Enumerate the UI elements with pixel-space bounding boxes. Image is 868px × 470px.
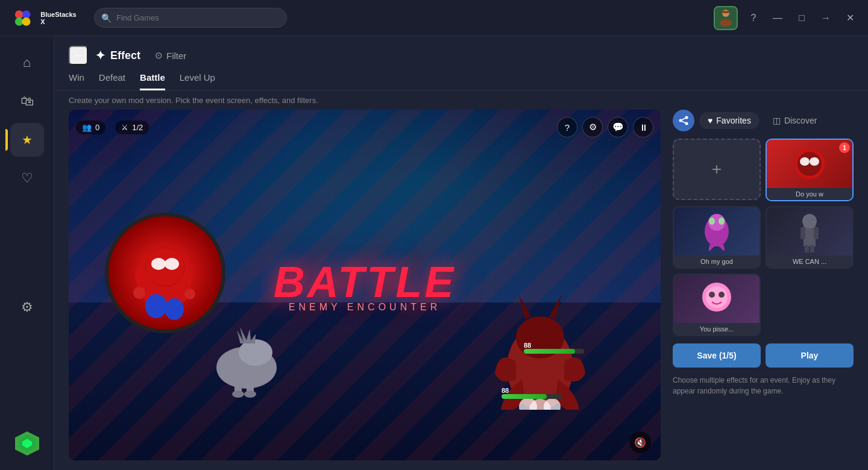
card-label-4: You pisse... — [674, 323, 760, 335]
svg-point-57 — [706, 286, 728, 308]
svg-point-36 — [244, 390, 256, 398]
mute-button[interactable]: 🔇 — [629, 431, 651, 453]
effect-card-4[interactable]: You pisse... — [673, 274, 761, 336]
svg-rect-53 — [814, 227, 819, 239]
effect-card-3[interactable]: WE CAN ... — [766, 206, 854, 269]
svg-point-7 — [720, 19, 732, 27]
effect-card-1[interactable]: 1 Do you w — [766, 139, 854, 201]
top-ui-right: ? ⚙ 💬 ⏸ — [557, 117, 653, 137]
page-title: Effect — [110, 49, 140, 62]
filter-icon: ⊙ — [155, 50, 163, 61]
panel-tab-discover[interactable]: ◫ Discover — [764, 112, 825, 129]
svg-rect-52 — [800, 227, 805, 239]
svg-point-0 — [11, 6, 34, 30]
sidebar-item-store[interactable]: 🛍 — [10, 84, 44, 118]
svg-point-19 — [165, 298, 184, 320]
minimize-button[interactable]: — — [769, 10, 786, 27]
home-icon: ⌂ — [23, 55, 31, 70]
preview-top-ui: 👥 0 ⚔ 1/2 ? ⚙ 💬 ⏸ — [76, 117, 653, 137]
tab-win[interactable]: Win — [69, 72, 84, 90]
panel-tab-favorites[interactable]: ♥ Favorites — [699, 112, 760, 129]
sidebar-logo — [13, 419, 42, 460]
sidebar-item-settings[interactable]: ⚙ — [10, 290, 44, 324]
sword-count-badge: ⚔ 1/2 — [115, 121, 149, 134]
svg-point-1 — [15, 10, 24, 19]
title-bar: BlueStacks X 🔍 ? — □ → — [0, 0, 868, 36]
svg-point-49 — [719, 218, 725, 225]
svg-point-45 — [810, 157, 819, 166]
top-ui-left: 👥 0 ⚔ 1/2 — [76, 121, 149, 134]
help-button[interactable]: ? — [745, 10, 762, 27]
svg-point-4 — [22, 17, 31, 26]
svg-point-23 — [184, 289, 195, 299]
title-bar-controls: ? — □ → ✕ — [714, 6, 858, 30]
store-icon: 🛍 — [20, 93, 34, 109]
card-label-1: Do you w — [767, 188, 852, 200]
card-thumbnail-3 — [767, 207, 852, 255]
pause-icon-btn[interactable]: ⏸ — [633, 117, 653, 137]
svg-point-16 — [151, 258, 166, 270]
svg-point-17 — [165, 258, 179, 270]
app-title: BlueStacks X — [40, 11, 82, 25]
save-button[interactable]: Save (1/5) — [673, 343, 761, 368]
right-panel: ♥ Favorites ◫ Discover + — [673, 110, 854, 460]
battle-subtitle-text: ENEMY ENCOUNTER — [274, 302, 456, 313]
favorites-heart-icon: ♥ — [708, 116, 712, 125]
effect-card-2[interactable]: Oh my god — [673, 206, 761, 269]
svg-line-40 — [681, 118, 687, 121]
svg-point-44 — [800, 157, 810, 166]
sidebar-item-home[interactable]: ⌂ — [10, 46, 44, 80]
group-icon: 👥 — [82, 123, 92, 132]
preview-background: BATTLE ENEMY ENCOUNTER — [69, 110, 661, 460]
card-grid: + — [673, 139, 854, 336]
content-area: ← ✦ Effect ⊙ Filter Win Defeat Battle — [54, 36, 868, 470]
discover-icon: ◫ — [773, 116, 781, 125]
play-button[interactable]: Play — [766, 343, 854, 368]
preview-panel-area: BATTLE ENEMY ENCOUNTER — [54, 110, 868, 470]
card-badge-1: 1 — [839, 142, 850, 153]
chat-icon-btn[interactable]: 💬 — [608, 117, 628, 137]
share-button[interactable] — [673, 110, 694, 131]
sidebar-item-effects[interactable]: ★ — [10, 123, 44, 157]
search-icon: 🔍 — [101, 13, 112, 23]
game-preview: BATTLE ENEMY ENCOUNTER — [69, 110, 661, 460]
settings-icon: ⚙ — [21, 299, 33, 315]
filter-button[interactable]: ⊙ Filter — [155, 50, 186, 61]
sword-icon: ⚔ — [121, 123, 128, 132]
group-count: 0 — [95, 123, 99, 132]
svg-point-48 — [709, 218, 715, 225]
tab-battle[interactable]: Battle — [140, 72, 165, 90]
page-title-area: ✦ Effect — [95, 48, 140, 63]
battle-title-text: BATTLE — [274, 257, 456, 307]
action-buttons: Save (1/5) Play — [673, 343, 854, 368]
content-header: ← ✦ Effect ⊙ Filter — [54, 36, 868, 65]
wolf-beast — [201, 325, 292, 400]
svg-point-51 — [802, 214, 817, 228]
sidebar-item-favorites[interactable]: ♡ — [10, 161, 44, 195]
user-avatar[interactable] — [714, 6, 738, 30]
logo-area: BlueStacks X — [10, 5, 82, 31]
search-input[interactable] — [94, 8, 287, 28]
svg-point-58 — [709, 292, 715, 298]
svg-marker-27 — [549, 295, 561, 319]
battle-text-overlay: BATTLE ENEMY ENCOUNTER — [274, 257, 456, 313]
tab-defeat[interactable]: Defeat — [99, 72, 125, 90]
question-icon-btn[interactable]: ? — [557, 117, 577, 137]
character-circle — [105, 213, 225, 333]
tab-levelup[interactable]: Level Up — [180, 72, 215, 90]
maximize-button[interactable]: □ — [793, 10, 810, 27]
svg-marker-26 — [519, 295, 531, 319]
settings-icon-btn[interactable]: ⚙ — [582, 117, 603, 137]
main-layout: ⌂ 🛍 ★ ♡ ⚙ ← — [0, 36, 868, 470]
svg-rect-8 — [722, 11, 729, 13]
svg-point-3 — [15, 17, 24, 26]
add-card-button[interactable]: + — [673, 139, 761, 200]
close-button[interactable]: ✕ — [841, 10, 858, 27]
card-label-2: Oh my god — [674, 255, 760, 268]
svg-point-22 — [133, 287, 145, 299]
svg-point-59 — [719, 292, 725, 298]
preview-bottom-controls: 🔇 — [629, 431, 651, 453]
help-text: Choose multiple effects for an event. En… — [673, 375, 854, 396]
back-button[interactable]: ← — [69, 46, 88, 65]
navigate-button[interactable]: → — [817, 10, 834, 27]
